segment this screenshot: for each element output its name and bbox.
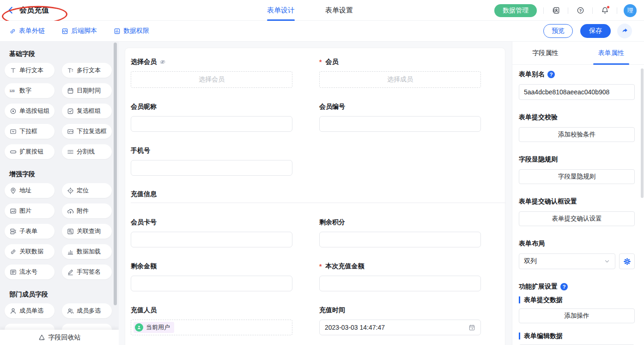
field-item-member-multi[interactable]: 成员多选 <box>62 303 112 318</box>
form-external-link[interactable]: 表单外链 <box>9 27 45 35</box>
field-label: 充值人员 <box>131 306 157 314</box>
form-alias-input[interactable] <box>519 84 635 100</box>
layout-settings-button[interactable] <box>619 253 635 269</box>
locate-icon <box>67 187 74 194</box>
field-item-clipped <box>62 324 112 330</box>
field-item-subform[interactable]: 子表单 <box>5 224 55 239</box>
section-field-visibility: 字段显隐规则 字段显隐规则 <box>519 155 635 184</box>
tab-form-design[interactable]: 表单设计 <box>267 0 295 21</box>
add-action-submit-button[interactable]: 添加操作 <box>519 308 635 323</box>
field-phone[interactable]: 手机号 <box>131 146 292 176</box>
field-recycle-bin[interactable]: 字段回收站 <box>0 330 119 345</box>
tab-field-properties[interactable]: 字段属性 <box>512 42 578 64</box>
field-member-no[interactable]: 会员编号 <box>319 102 481 132</box>
field-label: 选择会员 <box>131 58 157 66</box>
preview-button[interactable]: 预览 <box>543 24 573 38</box>
share-arrow-icon <box>621 27 628 35</box>
field-item-datetime[interactable]: 日期时间 <box>62 83 112 98</box>
nickname-input[interactable] <box>131 116 292 132</box>
field-label: 会员编号 <box>319 103 345 111</box>
field-item-extend-button[interactable]: 扩展按钮 <box>5 144 55 159</box>
data-permission-link[interactable]: 数据权限 <box>114 27 149 35</box>
notification-bell-icon[interactable] <box>599 5 610 16</box>
form-layout-select[interactable]: 双列 <box>519 253 615 269</box>
section-recharge-info[interactable]: 充值信息 <box>131 190 505 203</box>
section-basic-fields: 基础字段 单行文本多行文本123数字日期时间单选按钮组复选框组下拉框下拉复选框扩… <box>5 50 119 159</box>
tab-form-settings[interactable]: 表单设置 <box>325 0 353 21</box>
member-select-box[interactable]: 选择成员 <box>319 71 481 88</box>
data-manage-button[interactable]: 数据管理 <box>494 4 537 17</box>
section-title: 部门成员字段 <box>9 290 119 299</box>
header-left: 会员充值 <box>0 6 194 15</box>
field-item-multi-select[interactable]: 下拉复选框 <box>62 124 112 139</box>
field-item-attachment[interactable]: 附件 <box>62 203 112 218</box>
save-button[interactable]: 保存 <box>580 24 611 38</box>
field-card-no[interactable]: 会员卡号 <box>131 218 292 247</box>
panel-scrollbar <box>641 42 644 345</box>
signature-icon <box>67 268 74 276</box>
calendar-icon <box>468 324 475 331</box>
field-nickname[interactable]: 会员昵称 <box>131 102 292 132</box>
field-item-text-multi[interactable]: 多行文本 <box>62 63 112 78</box>
panel-scrollbar-thumb[interactable] <box>641 68 644 198</box>
current-user-tag: 当前用户 <box>134 322 174 333</box>
balance-input[interactable] <box>131 276 292 291</box>
field-item-checkbox-group[interactable]: 复选框组 <box>62 104 112 118</box>
share-button[interactable] <box>617 24 632 38</box>
field-item-data-load[interactable]: 数据加载 <box>62 244 112 259</box>
field-item-radio-group[interactable]: 单选按钮组 <box>5 104 55 118</box>
field-item-select[interactable]: 下拉框 <box>5 124 55 139</box>
user-avatar[interactable]: 理 <box>624 4 637 17</box>
member-no-input[interactable] <box>319 116 481 132</box>
sidebar-scrollbar-thumb[interactable] <box>114 43 117 305</box>
field-item-image[interactable]: 图片 <box>5 203 55 218</box>
recharge-amount-input[interactable] <box>319 276 481 291</box>
card-no-input[interactable] <box>131 232 292 247</box>
phone-input[interactable] <box>131 160 292 176</box>
field-points[interactable]: 剩余积分 <box>319 218 481 247</box>
field-item-divider[interactable]: 分割线 <box>62 144 112 159</box>
section-extension-settings: 功能扩展设置 ? 表单提交数据 添加操作 表单编辑数据 添加操作 <box>519 283 635 345</box>
field-recharge-amount[interactable]: * 本次充值金额 <box>319 262 481 291</box>
field-operator[interactable]: 充值人员 当前用户 <box>131 306 292 335</box>
field-recharge-time[interactable]: 充值时间 2023-03-03 14:47:47 <box>319 306 481 335</box>
user-avatar-icon <box>135 323 143 332</box>
submit-confirm-button[interactable]: 表单提交确认设置 <box>519 211 635 226</box>
help-badge-icon[interactable]: ? <box>560 283 568 290</box>
gear-icon <box>623 258 631 265</box>
field-balance[interactable]: 剩余金额 <box>131 262 292 291</box>
field-item-member-single[interactable]: 成员单选 <box>5 303 55 318</box>
text-multi-icon <box>67 67 74 74</box>
add-validation-button[interactable]: 添加校验条件 <box>519 127 635 142</box>
field-item-number[interactable]: 123数字 <box>5 83 55 98</box>
field-item-linked-query[interactable]: 关联查询 <box>62 224 112 239</box>
divider <box>617 7 617 14</box>
datetime-icon <box>67 87 74 94</box>
field-select-member[interactable]: 选择会员 选择会员 <box>131 57 292 88</box>
backend-script-link[interactable]: 后端脚本 <box>61 27 97 35</box>
tab-form-properties[interactable]: 表单属性 <box>578 42 644 64</box>
attachment-icon <box>67 207 74 215</box>
field-member[interactable]: * 会员 选择成员 <box>319 57 481 88</box>
field-item-linked-data[interactable]: 关联数据 <box>5 244 55 259</box>
field-item-address[interactable]: 地址 <box>5 183 55 198</box>
contacts-icon[interactable] <box>550 5 561 16</box>
points-input[interactable] <box>319 232 481 247</box>
select-icon <box>9 128 17 135</box>
image-icon <box>9 207 17 215</box>
field-item-label: 流水号 <box>19 268 37 276</box>
help-icon[interactable]: ? <box>575 5 586 16</box>
field-item-signature[interactable]: 手写签名 <box>62 265 112 279</box>
section-submit-confirm: 表单提交确认框设置 表单提交确认设置 <box>519 197 635 226</box>
field-item-serial[interactable]: 流水号 <box>5 265 55 279</box>
field-item-locate[interactable]: 定位 <box>62 183 112 198</box>
field-item-text-single[interactable]: 单行文本 <box>5 63 55 78</box>
help-badge-icon[interactable]: ? <box>547 71 555 78</box>
field-item-label: 单选按钮组 <box>19 107 49 115</box>
member-picker-box[interactable]: 选择会员 <box>131 71 292 88</box>
header-tabs: 表单设计 表单设置 <box>267 0 353 21</box>
field-visibility-button[interactable]: 字段显隐规则 <box>519 169 635 184</box>
back-button[interactable] <box>6 6 15 14</box>
operator-member-box[interactable]: 当前用户 <box>131 320 292 335</box>
recharge-time-input[interactable]: 2023-03-03 14:47:47 <box>319 320 481 335</box>
